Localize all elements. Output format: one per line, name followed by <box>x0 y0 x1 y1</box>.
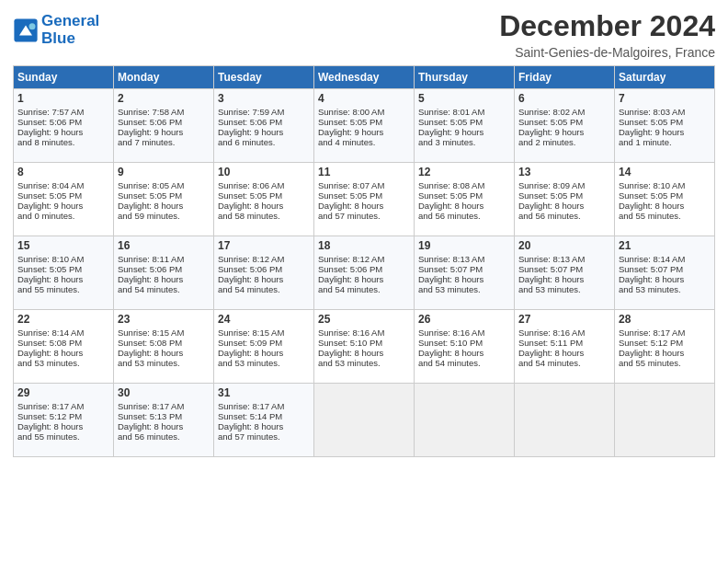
cell-text: Daylight: 8 hours <box>619 348 711 358</box>
cell-text: and 59 minutes. <box>118 211 210 221</box>
day-number: 20 <box>518 239 610 252</box>
cell-text: Sunrise: 8:16 AM <box>418 327 510 338</box>
cell-text: Daylight: 8 hours <box>418 348 510 358</box>
cell-text: and 0 minutes. <box>17 211 109 221</box>
cell-text: Sunrise: 7:57 AM <box>17 107 109 117</box>
cell-text: Sunset: 5:05 PM <box>418 117 510 127</box>
cell-text: and 54 minutes. <box>118 284 210 294</box>
cell-text: Sunset: 5:13 PM <box>118 411 210 421</box>
cell-text: and 1 minute. <box>619 137 711 147</box>
table-cell <box>515 384 615 457</box>
table-cell: 3Sunrise: 7:59 AMSunset: 5:06 PMDaylight… <box>214 89 314 163</box>
cell-text: Daylight: 8 hours <box>318 348 410 358</box>
table-cell <box>314 384 415 457</box>
table-cell: 11Sunrise: 8:07 AMSunset: 5:05 PMDayligh… <box>314 163 415 236</box>
cell-text: Sunset: 5:05 PM <box>518 190 610 201</box>
cell-text: Sunrise: 8:07 AM <box>318 180 410 190</box>
cell-text: and 57 minutes. <box>218 431 310 442</box>
day-number: 8 <box>17 166 109 178</box>
cell-text: Sunrise: 8:06 AM <box>218 180 310 190</box>
cell-text: and 54 minutes. <box>518 358 610 368</box>
cell-text: Sunset: 5:08 PM <box>17 338 109 348</box>
cell-text: Sunset: 5:06 PM <box>218 117 310 127</box>
table-cell: 19Sunrise: 8:13 AMSunset: 5:07 PMDayligh… <box>415 236 515 310</box>
day-number: 14 <box>619 166 711 178</box>
header-row: Sunday Monday Tuesday Wednesday Thursday… <box>14 66 715 89</box>
cell-text: Sunrise: 8:17 AM <box>17 401 109 411</box>
cell-text: Sunset: 5:12 PM <box>619 338 711 348</box>
cell-text: Sunset: 5:05 PM <box>17 190 109 201</box>
cell-text: Sunrise: 8:09 AM <box>518 180 610 190</box>
header-saturday: Saturday <box>615 66 715 89</box>
table-cell: 5Sunrise: 8:01 AMSunset: 5:05 PMDaylight… <box>415 89 515 163</box>
cell-text: Sunset: 5:07 PM <box>518 264 610 274</box>
header-tuesday: Tuesday <box>214 66 314 89</box>
table-cell: 28Sunrise: 8:17 AMSunset: 5:12 PMDayligh… <box>615 310 715 384</box>
table-row: 15Sunrise: 8:10 AMSunset: 5:05 PMDayligh… <box>14 236 715 310</box>
cell-text: and 56 minutes. <box>118 431 210 442</box>
cell-text: Daylight: 8 hours <box>418 201 510 211</box>
cell-text: Daylight: 9 hours <box>418 127 510 137</box>
cell-text: Sunrise: 8:16 AM <box>518 327 610 338</box>
table-cell: 30Sunrise: 8:17 AMSunset: 5:13 PMDayligh… <box>114 384 214 457</box>
table-cell: 24Sunrise: 8:15 AMSunset: 5:09 PMDayligh… <box>214 310 314 384</box>
cell-text: Sunset: 5:05 PM <box>418 190 510 201</box>
cell-text: and 54 minutes. <box>218 284 310 294</box>
cell-text: Sunrise: 8:13 AM <box>518 254 610 264</box>
cell-text: Daylight: 8 hours <box>619 201 711 211</box>
cell-text: Sunrise: 8:12 AM <box>318 254 410 264</box>
cell-text: Sunrise: 8:02 AM <box>518 107 610 117</box>
cell-text: Sunset: 5:06 PM <box>118 117 210 127</box>
day-number: 10 <box>218 166 310 178</box>
cell-text: Daylight: 8 hours <box>17 421 109 431</box>
cell-text: and 7 minutes. <box>118 137 210 147</box>
logo-icon <box>13 17 39 43</box>
cell-text: Sunset: 5:05 PM <box>318 117 410 127</box>
table-cell: 21Sunrise: 8:14 AMSunset: 5:07 PMDayligh… <box>615 236 715 310</box>
cell-text: and 53 minutes. <box>17 358 109 368</box>
cell-text: and 8 minutes. <box>17 137 109 147</box>
cell-text: Sunrise: 8:16 AM <box>318 327 410 338</box>
cell-text: Sunrise: 8:08 AM <box>418 180 510 190</box>
table-cell <box>415 384 515 457</box>
cell-text: Sunrise: 7:58 AM <box>118 107 210 117</box>
table-row: 1Sunrise: 7:57 AMSunset: 5:06 PMDaylight… <box>14 89 715 163</box>
cell-text: Daylight: 8 hours <box>218 274 310 284</box>
cell-text: Sunset: 5:11 PM <box>518 338 610 348</box>
table-cell: 23Sunrise: 8:15 AMSunset: 5:08 PMDayligh… <box>114 310 214 384</box>
day-number: 24 <box>218 313 310 326</box>
table-cell: 17Sunrise: 8:12 AMSunset: 5:06 PMDayligh… <box>214 236 314 310</box>
table-cell: 25Sunrise: 8:16 AMSunset: 5:10 PMDayligh… <box>314 310 415 384</box>
cell-text: and 3 minutes. <box>418 137 510 147</box>
table-cell: 13Sunrise: 8:09 AMSunset: 5:05 PMDayligh… <box>515 163 615 236</box>
table-cell: 26Sunrise: 8:16 AMSunset: 5:10 PMDayligh… <box>415 310 515 384</box>
cell-text: Daylight: 8 hours <box>318 274 410 284</box>
cell-text: Sunset: 5:05 PM <box>619 117 711 127</box>
day-number: 6 <box>518 92 610 105</box>
calendar-table: Sunday Monday Tuesday Wednesday Thursday… <box>13 65 715 457</box>
cell-text: and 53 minutes. <box>118 358 210 368</box>
cell-text: Sunrise: 8:00 AM <box>318 107 410 117</box>
cell-text: Sunrise: 7:59 AM <box>218 107 310 117</box>
cell-text: and 6 minutes. <box>218 137 310 147</box>
cell-text: Daylight: 8 hours <box>218 201 310 211</box>
cell-text: and 53 minutes. <box>318 358 410 368</box>
day-number: 15 <box>17 239 109 252</box>
cell-text: Sunrise: 8:17 AM <box>218 401 310 411</box>
header-wednesday: Wednesday <box>314 66 415 89</box>
page: General Blue December 2024 Saint-Genies-… <box>0 0 728 466</box>
day-number: 11 <box>318 166 410 178</box>
cell-text: Sunset: 5:05 PM <box>318 190 410 201</box>
day-number: 30 <box>118 386 210 399</box>
day-number: 26 <box>418 313 510 326</box>
cell-text: Sunset: 5:10 PM <box>318 338 410 348</box>
day-number: 12 <box>418 166 510 178</box>
cell-text: Sunrise: 8:11 AM <box>118 254 210 264</box>
day-number: 25 <box>318 313 410 326</box>
table-cell: 7Sunrise: 8:03 AMSunset: 5:05 PMDaylight… <box>615 89 715 163</box>
table-cell: 2Sunrise: 7:58 AMSunset: 5:06 PMDaylight… <box>114 89 214 163</box>
table-row: 29Sunrise: 8:17 AMSunset: 5:12 PMDayligh… <box>14 384 715 457</box>
day-number: 3 <box>218 92 310 105</box>
cell-text: and 56 minutes. <box>418 211 510 221</box>
cell-text: Daylight: 8 hours <box>518 201 610 211</box>
